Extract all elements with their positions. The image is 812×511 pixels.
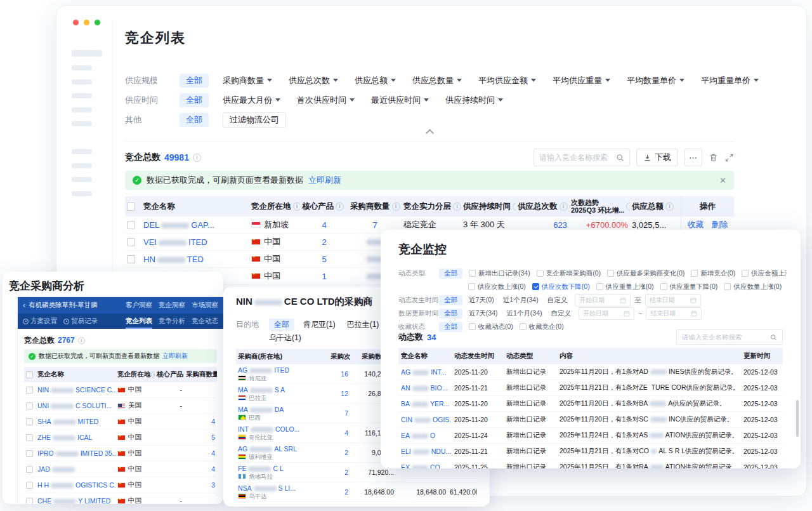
purchase-count[interactable]: 12 [329,390,350,397]
sub-tab[interactable]: 竞企列表 [126,314,152,329]
table-row[interactable]: CHEY LIMITED 中国 - [24,493,217,504]
filter-logistics-toggle[interactable]: 过滤物流公司 [223,112,286,128]
table-row[interactable]: H HOGISTICS C... 中国 3 [24,477,217,493]
filter-all-tag[interactable]: 全部 [180,74,209,88]
competitor-name-link[interactable]: VEIITED [143,237,207,247]
minimize-window-button[interactable] [84,20,89,25]
destination-option[interactable]: 肯尼亚(1) [303,319,336,330]
more-actions-button[interactable]: ⋯ [684,149,702,166]
competitor-name-link[interactable]: JAD [37,465,77,473]
filter-all-tag[interactable]: 全部 [439,269,462,279]
buyer-count[interactable]: 4 [184,461,217,477]
table-row[interactable]: JAD 中国 4 [24,461,217,477]
row-checkbox[interactable] [26,418,33,425]
purchase-count[interactable]: 2 [329,468,350,476]
info-icon[interactable] [78,337,85,344]
competitor-name-link[interactable]: EXCO... [401,463,446,468]
core-product-count[interactable]: 4 [300,216,348,233]
filter-dropdown[interactable]: 供应总数量 [412,75,462,86]
search-icon[interactable] [770,334,777,341]
buyer-name-link[interactable]: AGITED [238,366,289,374]
buyer-name-link[interactable]: AGAL SRL [238,445,297,453]
top-tab[interactable]: 竞企洞察 [159,301,185,310]
row-checkbox[interactable] [127,238,135,246]
fullscreen-expand-icon[interactable] [724,153,734,163]
row-checkbox[interactable] [26,434,33,441]
filter-option[interactable]: 近1个月(34) [507,309,542,318]
row-checkbox[interactable] [127,221,135,229]
buyer-count[interactable]: 3 [184,477,217,493]
filter-dropdown[interactable]: 最近供应时间 [371,95,429,106]
menu-plan-settings[interactable]: 方案设置 [23,317,57,326]
row-checkbox[interactable] [26,482,33,489]
sidebar-item[interactable] [72,79,92,84]
col-header-tier[interactable]: 竞企实力分层 [402,196,461,216]
table-row[interactable]: ANBIO... 2025-11-21 新增出口记录 2025年11月21日，有… [398,380,783,396]
select-all-checkbox[interactable] [127,202,135,211]
sidebar-item[interactable] [72,149,92,154]
competitor-name-link[interactable]: AGINT... [401,368,447,376]
sidebar-item[interactable] [72,65,92,70]
buyer-count[interactable] [184,398,217,413]
trash-icon[interactable] [709,153,718,163]
sidebar-item[interactable] [72,50,102,56]
table-row[interactable]: ELINDU... 2025-11-21 新增出口记录 2025年11月21日，… [398,444,783,460]
sidebar-item[interactable] [72,191,92,196]
col-header-location[interactable]: 竞企所在地 [115,367,155,382]
destination-option[interactable]: 巴拉圭(1) [347,319,379,330]
buyer-name-link[interactable]: MADA [238,406,284,413]
sidebar-item[interactable] [72,93,92,98]
purchase-count[interactable]: 7 [329,409,350,417]
table-row[interactable]: EAO 2025-11-24 新增出口记录 2025年11月24日，有1条对AS… [398,428,783,444]
filter-dropdown[interactable]: 平均供应重量 [553,75,610,86]
purchase-count[interactable]: 2 [329,488,350,496]
col-header-name[interactable]: 竞企名称 [141,196,249,216]
filter-dropdown[interactable]: 平均供应金额 [478,75,536,86]
sidebar-item[interactable] [72,163,92,168]
buyer-name-link[interactable]: MAS A [238,386,285,394]
row-checkbox[interactable] [26,498,33,505]
filter-all-tag[interactable]: 全部 [269,319,294,331]
top-tab[interactable]: 客户洞察 [126,301,152,310]
search-icon[interactable] [616,154,624,162]
competitor-name-link[interactable]: CINOGIS... [401,416,452,423]
competitor-name-link[interactable]: ZHEICAL [37,434,92,441]
competitor-name-link[interactable]: UNIC SOLUTI... [37,402,112,409]
destination-option[interactable]: 乌干达(1) [269,333,301,343]
row-checkbox[interactable] [26,450,33,457]
col-header-name[interactable]: 竞企名称 [36,367,115,382]
maximize-window-button[interactable] [95,20,100,25]
competitor-name-link[interactable]: H HOGISTICS C... [37,481,115,489]
refresh-now-link[interactable]: 立即刷新 [308,175,341,186]
col-header-buyers[interactable]: 采购商数量 [348,196,402,216]
end-date-input[interactable]: 结束日期 [645,294,701,307]
filter-dropdown[interactable]: 平均数量单价 [627,75,684,86]
filter-checkbox[interactable]: 供应金额上涨(0) [742,269,787,278]
buyer-count[interactable]: 5 [184,430,217,445]
filter-dropdown[interactable]: 采购商数量 [223,75,272,86]
filter-dropdown[interactable]: 供应总次数 [289,75,338,86]
buyer-name-link[interactable]: FEC L [238,465,284,472]
purchase-count[interactable]: 4 [329,429,350,437]
filter-checkbox[interactable]: 新增出口记录(34) [469,269,530,278]
filter-option[interactable]: 近7天(34) [469,309,498,318]
buyer-count[interactable]: 4 [184,414,217,429]
row-checkbox[interactable] [26,402,33,409]
col-header-buyer[interactable]: 采购商(所在地) [236,352,329,361]
competitor-name-link[interactable]: ELINDU... [401,448,451,455]
end-date-input[interactable]: 结束日期 [646,307,702,320]
filter-all-tag[interactable]: 全部 [439,309,462,319]
filter-dropdown[interactable]: 供应最大月份 [223,95,280,106]
favorite-button[interactable]: 收藏 [688,219,704,230]
filter-dropdown[interactable]: 供应总额 [355,75,396,86]
sub-tab[interactable]: 竞争分析 [159,314,185,329]
filter-all-tag[interactable]: 全部 [180,113,209,127]
table-row[interactable]: NSAS LI... 乌干达 2 18,648.00 18,648.00 61,… [236,482,477,502]
purchase-count[interactable]: 16 [329,370,350,378]
col-header-type[interactable]: 动态类型 [504,348,557,364]
filter-checkbox[interactable]: 新增竞企(0) [691,269,735,278]
filter-dropdown[interactable]: 平均重量单价 [701,75,759,86]
select-all-checkbox[interactable] [26,371,33,378]
filter-option[interactable]: 近1个月(34) [503,296,539,305]
col-header-time[interactable]: 动态发生时间 [452,348,504,364]
